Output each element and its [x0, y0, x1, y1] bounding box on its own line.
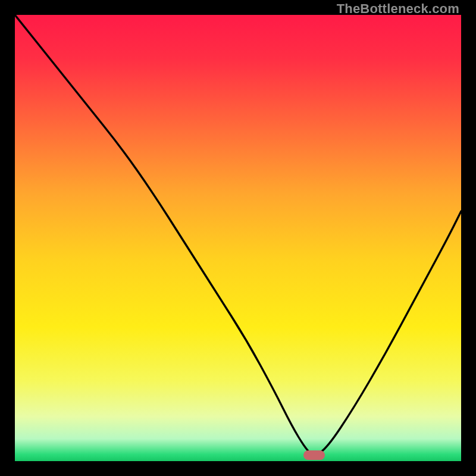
optimal-marker: [303, 450, 325, 460]
outer-frame: TheBottleneck.com: [0, 0, 476, 476]
plot-area: [15, 15, 461, 461]
watermark-text: TheBottleneck.com: [337, 1, 459, 17]
bottleneck-curve: [15, 15, 461, 461]
